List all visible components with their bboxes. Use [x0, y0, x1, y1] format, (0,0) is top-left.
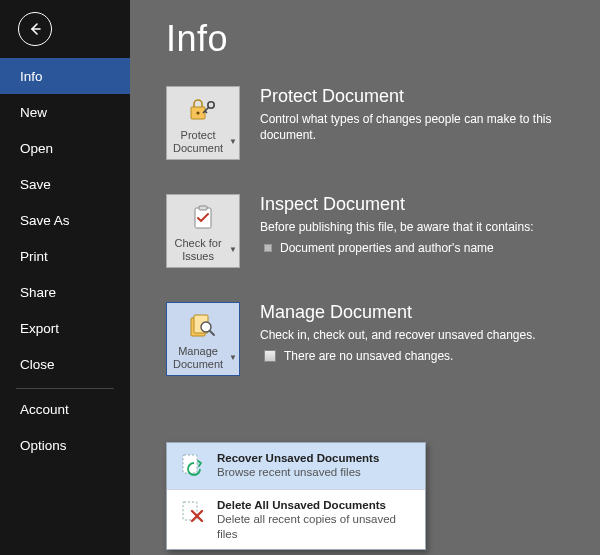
- manage-text: Manage Document Check in, check out, and…: [260, 302, 536, 363]
- list-item-text: There are no unsaved changes.: [284, 349, 453, 363]
- protect-text: Protect Document Control what types of c…: [260, 86, 590, 149]
- section-manage: Manage Document ▼ Manage Document Check …: [166, 302, 600, 376]
- section-desc: Before publishing this file, be aware th…: [260, 219, 534, 235]
- section-title: Manage Document: [260, 302, 536, 323]
- sidebar-item-open[interactable]: Open: [0, 130, 130, 166]
- clipboard-check-icon: [188, 201, 218, 235]
- content-pane: Info Protect Document ▼: [130, 0, 600, 555]
- dropdown-item-desc: Delete all recent copies of unsaved file…: [217, 512, 415, 541]
- chevron-down-icon: ▼: [229, 245, 237, 254]
- list-item-text: Document properties and author's name: [280, 241, 494, 255]
- list-item: Document properties and author's name: [260, 241, 534, 255]
- sidebar-item-close[interactable]: Close: [0, 346, 130, 382]
- document-icon: [264, 350, 276, 362]
- sidebar-item-print[interactable]: Print: [0, 238, 130, 274]
- sidebar-item-options[interactable]: Options: [0, 427, 130, 463]
- section-desc: Control what types of changes people can…: [260, 111, 590, 143]
- section-title: Protect Document: [260, 86, 590, 107]
- sidebar-separator: [16, 388, 114, 389]
- chevron-down-icon: ▼: [229, 353, 237, 362]
- bullet-icon: [264, 244, 272, 252]
- delete-document-icon: [177, 498, 207, 528]
- arrow-left-icon: [27, 21, 43, 37]
- tile-label: Protect Document: [169, 129, 227, 154]
- page-title: Info: [166, 18, 600, 60]
- manage-document-dropdown: Recover Unsaved Documents Browse recent …: [166, 442, 426, 550]
- sidebar-item-new[interactable]: New: [0, 94, 130, 130]
- dropdown-item-title: Delete All Unsaved Documents: [217, 498, 415, 512]
- sidebar-item-label: Share: [20, 285, 56, 300]
- sidebar-item-save[interactable]: Save: [0, 166, 130, 202]
- sidebar-item-label: Account: [20, 402, 69, 417]
- dropdown-item-delete[interactable]: Delete All Unsaved Documents Delete all …: [167, 489, 425, 549]
- inspect-list: Document properties and author's name: [260, 241, 534, 255]
- back-button[interactable]: [18, 12, 52, 46]
- section-title: Inspect Document: [260, 194, 534, 215]
- dropdown-item-text: Recover Unsaved Documents Browse recent …: [217, 451, 379, 480]
- sidebar-item-account[interactable]: Account: [0, 391, 130, 427]
- svg-rect-7: [199, 206, 207, 210]
- sidebar-item-label: New: [20, 105, 47, 120]
- sidebar-item-label: Close: [20, 357, 55, 372]
- sidebar: Info New Open Save Save As Print Share E…: [0, 0, 130, 555]
- sidebar-item-label: Export: [20, 321, 59, 336]
- lock-key-icon: [186, 93, 220, 127]
- dropdown-item-title: Recover Unsaved Documents: [217, 451, 379, 465]
- tile-label: Manage Document: [169, 345, 227, 370]
- inspect-text: Inspect Document Before publishing this …: [260, 194, 534, 255]
- chevron-down-icon: ▼: [229, 137, 237, 146]
- section-desc: Check in, check out, and recover unsaved…: [260, 327, 536, 343]
- manage-list: There are no unsaved changes.: [260, 349, 536, 363]
- sidebar-item-label: Open: [20, 141, 53, 156]
- check-for-issues-button[interactable]: Check for Issues ▼: [166, 194, 240, 268]
- manage-document-button[interactable]: Manage Document ▼: [166, 302, 240, 376]
- recover-document-icon: [177, 451, 207, 481]
- backstage-root: Info New Open Save Save As Print Share E…: [0, 0, 600, 555]
- sidebar-item-info[interactable]: Info: [0, 58, 130, 94]
- dropdown-item-text: Delete All Unsaved Documents Delete all …: [217, 498, 415, 541]
- section-protect: Protect Document ▼ Protect Document Cont…: [166, 86, 600, 160]
- document-search-icon: [186, 309, 220, 343]
- sidebar-item-label: Info: [20, 69, 43, 84]
- dropdown-item-desc: Browse recent unsaved files: [217, 465, 379, 479]
- sidebar-item-label: Save: [20, 177, 51, 192]
- sidebar-item-export[interactable]: Export: [0, 310, 130, 346]
- section-inspect: Check for Issues ▼ Inspect Document Befo…: [166, 194, 600, 268]
- sidebar-item-label: Options: [20, 438, 67, 453]
- protect-document-button[interactable]: Protect Document ▼: [166, 86, 240, 160]
- dropdown-item-recover[interactable]: Recover Unsaved Documents Browse recent …: [167, 443, 425, 489]
- tile-label: Check for Issues: [169, 237, 227, 262]
- sidebar-item-label: Print: [20, 249, 48, 264]
- sidebar-item-save-as[interactable]: Save As: [0, 202, 130, 238]
- list-item: There are no unsaved changes.: [260, 349, 536, 363]
- back-row: [0, 0, 130, 58]
- sidebar-item-share[interactable]: Share: [0, 274, 130, 310]
- svg-line-11: [210, 331, 214, 335]
- svg-point-2: [196, 112, 199, 115]
- sidebar-item-label: Save As: [20, 213, 70, 228]
